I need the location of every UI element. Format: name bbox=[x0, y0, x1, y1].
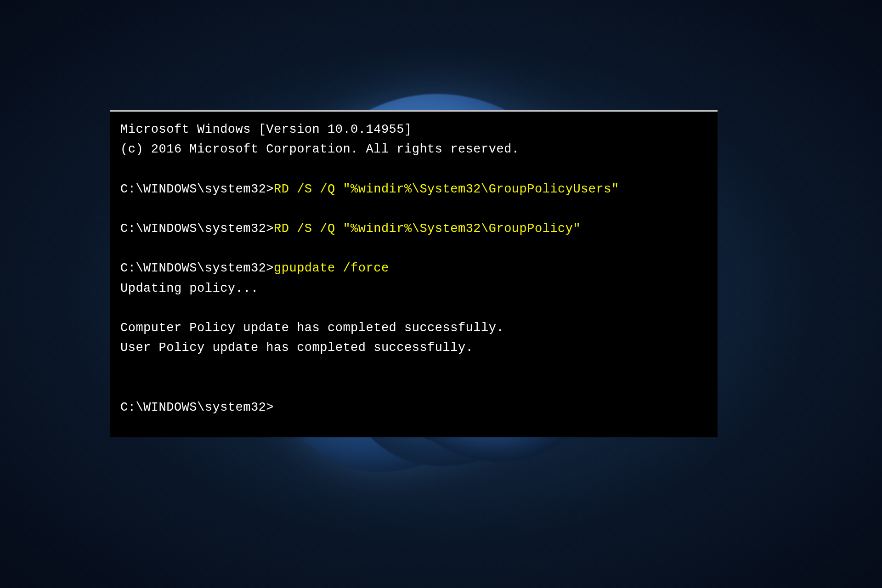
terminal-output-computer-success: Computer Policy update has completed suc… bbox=[120, 318, 707, 338]
terminal-blank-line bbox=[120, 199, 707, 219]
terminal-prompt: C:\WINDOWS\system32> bbox=[120, 222, 274, 236]
terminal-copyright-line: (c) 2016 Microsoft Corporation. All righ… bbox=[120, 140, 707, 159]
terminal-prompt: C:\WINDOWS\system32> bbox=[120, 182, 274, 196]
terminal-blank-line bbox=[120, 299, 707, 318]
command-prompt-window[interactable]: Microsoft Windows [Version 10.0.14955] (… bbox=[110, 110, 718, 437]
terminal-prompt-text: C:\WINDOWS\system32> bbox=[120, 401, 274, 414]
terminal-active-prompt-line[interactable]: C:\WINDOWS\system32> bbox=[120, 398, 707, 418]
terminal-command-line-2: C:\WINDOWS\system32>RD /S /Q "%windir%\S… bbox=[120, 219, 707, 239]
terminal-prompt: C:\WINDOWS\system32> bbox=[120, 261, 274, 275]
terminal-output-updating: Updating policy... bbox=[120, 279, 707, 299]
terminal-command-line-3: C:\WINDOWS\system32>gpupdate /force bbox=[120, 259, 707, 278]
terminal-command-text: RD /S /Q "%windir%\System32\GroupPolicyU… bbox=[274, 182, 619, 196]
terminal-command-text: gpupdate /force bbox=[274, 261, 389, 275]
terminal-version-line: Microsoft Windows [Version 10.0.14955] bbox=[120, 120, 707, 140]
terminal-blank-line bbox=[120, 378, 707, 397]
terminal-command-text: RD /S /Q "%windir%\System32\GroupPolicy" bbox=[274, 222, 581, 236]
terminal-blank-line bbox=[120, 159, 707, 179]
terminal-output-user-success: User Policy update has completed success… bbox=[120, 338, 707, 358]
terminal-command-line-1: C:\WINDOWS\system32>RD /S /Q "%windir%\S… bbox=[120, 180, 707, 199]
terminal-blank-line bbox=[120, 239, 707, 259]
terminal-blank-line bbox=[120, 358, 707, 378]
